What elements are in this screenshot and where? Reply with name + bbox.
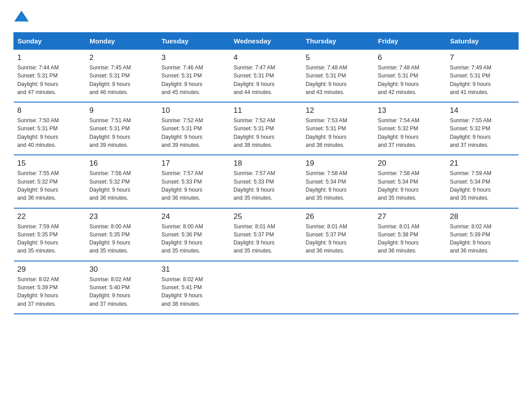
calendar-cell: 26Sunrise: 8:01 AMSunset: 5:37 PMDayligh… <box>302 208 374 261</box>
calendar-cell: 12Sunrise: 7:53 AMSunset: 5:31 PMDayligh… <box>302 102 374 155</box>
day-info: Sunrise: 7:58 AMSunset: 5:34 PMDaylight:… <box>306 169 371 202</box>
calendar-cell: 2Sunrise: 7:45 AMSunset: 5:31 PMDaylight… <box>86 50 158 103</box>
day-number: 4 <box>234 53 299 62</box>
day-info: Sunrise: 7:56 AMSunset: 5:32 PMDaylight:… <box>90 169 154 202</box>
day-info: Sunrise: 8:02 AMSunset: 5:40 PMDaylight:… <box>90 275 154 308</box>
header-tuesday: Tuesday <box>158 33 230 50</box>
day-info: Sunrise: 8:00 AMSunset: 5:36 PMDaylight:… <box>162 223 227 255</box>
calendar-cell <box>446 261 519 314</box>
calendar-cell: 17Sunrise: 7:57 AMSunset: 5:33 PMDayligh… <box>158 155 230 208</box>
day-info: Sunrise: 8:02 AMSunset: 5:41 PMDaylight:… <box>162 275 227 308</box>
day-info: Sunrise: 7:50 AMSunset: 5:31 PMDaylight:… <box>17 116 82 149</box>
day-info: Sunrise: 7:51 AMSunset: 5:31 PMDaylight:… <box>90 116 154 149</box>
day-number: 12 <box>306 106 371 115</box>
day-number: 8 <box>17 106 82 115</box>
day-info: Sunrise: 7:58 AMSunset: 5:34 PMDaylight:… <box>378 169 443 202</box>
header-friday: Friday <box>374 33 446 50</box>
calendar-cell: 7Sunrise: 7:49 AMSunset: 5:31 PMDaylight… <box>446 50 519 103</box>
day-info: Sunrise: 7:59 AMSunset: 5:35 PMDaylight:… <box>17 223 82 255</box>
day-info: Sunrise: 8:02 AMSunset: 5:39 PMDaylight:… <box>450 223 515 255</box>
day-number: 17 <box>162 159 227 168</box>
day-info: Sunrise: 7:54 AMSunset: 5:32 PMDaylight:… <box>378 116 443 149</box>
calendar-cell: 27Sunrise: 8:01 AMSunset: 5:38 PMDayligh… <box>374 208 446 261</box>
calendar-cell <box>230 261 302 314</box>
header-saturday: Saturday <box>446 33 519 50</box>
day-info: Sunrise: 7:49 AMSunset: 5:31 PMDaylight:… <box>450 64 515 96</box>
calendar-cell: 15Sunrise: 7:55 AMSunset: 5:32 PMDayligh… <box>14 155 86 208</box>
day-info: Sunrise: 7:47 AMSunset: 5:31 PMDaylight:… <box>234 64 299 96</box>
day-number: 23 <box>90 212 154 221</box>
calendar-week-row: 1Sunrise: 7:44 AMSunset: 5:31 PMDaylight… <box>14 50 519 103</box>
day-number: 16 <box>90 159 154 168</box>
day-number: 6 <box>378 53 443 62</box>
calendar-table: SundayMondayTuesdayWednesdayThursdayFrid… <box>13 32 519 314</box>
day-info: Sunrise: 7:55 AMSunset: 5:32 PMDaylight:… <box>450 116 515 149</box>
day-number: 18 <box>234 159 299 168</box>
day-info: Sunrise: 7:55 AMSunset: 5:32 PMDaylight:… <box>17 169 82 202</box>
day-info: Sunrise: 8:01 AMSunset: 5:38 PMDaylight:… <box>378 223 443 255</box>
day-number: 7 <box>450 53 515 62</box>
calendar-cell: 30Sunrise: 8:02 AMSunset: 5:40 PMDayligh… <box>86 261 158 314</box>
calendar-cell: 18Sunrise: 7:57 AMSunset: 5:33 PMDayligh… <box>230 155 302 208</box>
day-info: Sunrise: 8:01 AMSunset: 5:37 PMDaylight:… <box>306 223 371 255</box>
day-number: 24 <box>162 212 227 221</box>
day-number: 28 <box>450 212 515 221</box>
day-info: Sunrise: 7:48 AMSunset: 5:31 PMDaylight:… <box>306 64 371 96</box>
day-info: Sunrise: 7:46 AMSunset: 5:31 PMDaylight:… <box>162 64 227 96</box>
calendar-cell: 29Sunrise: 8:02 AMSunset: 5:39 PMDayligh… <box>14 261 86 314</box>
day-info: Sunrise: 7:57 AMSunset: 5:33 PMDaylight:… <box>234 169 299 202</box>
day-info: Sunrise: 7:48 AMSunset: 5:31 PMDaylight:… <box>378 64 443 96</box>
calendar-cell: 21Sunrise: 7:59 AMSunset: 5:34 PMDayligh… <box>446 155 519 208</box>
calendar-week-row: 15Sunrise: 7:55 AMSunset: 5:32 PMDayligh… <box>14 155 519 208</box>
day-number: 27 <box>378 212 443 221</box>
day-info: Sunrise: 7:59 AMSunset: 5:34 PMDaylight:… <box>450 169 515 202</box>
day-number: 13 <box>378 106 443 115</box>
logo <box>13 9 30 23</box>
calendar-cell: 31Sunrise: 8:02 AMSunset: 5:41 PMDayligh… <box>158 261 230 314</box>
day-number: 11 <box>234 106 299 115</box>
header-monday: Monday <box>86 33 158 50</box>
calendar-cell: 5Sunrise: 7:48 AMSunset: 5:31 PMDaylight… <box>302 50 374 103</box>
calendar-cell: 1Sunrise: 7:44 AMSunset: 5:31 PMDaylight… <box>14 50 86 103</box>
calendar-cell: 24Sunrise: 8:00 AMSunset: 5:36 PMDayligh… <box>158 208 230 261</box>
day-number: 2 <box>90 53 154 62</box>
day-info: Sunrise: 7:45 AMSunset: 5:31 PMDaylight:… <box>90 64 154 96</box>
day-number: 22 <box>17 212 82 221</box>
day-number: 29 <box>17 265 82 274</box>
day-number: 30 <box>90 265 154 274</box>
calendar-cell: 4Sunrise: 7:47 AMSunset: 5:31 PMDaylight… <box>230 50 302 103</box>
header-thursday: Thursday <box>302 33 374 50</box>
calendar-cell: 20Sunrise: 7:58 AMSunset: 5:34 PMDayligh… <box>374 155 446 208</box>
calendar-cell: 6Sunrise: 7:48 AMSunset: 5:31 PMDaylight… <box>374 50 446 103</box>
calendar-cell <box>374 261 446 314</box>
calendar-header-row: SundayMondayTuesdayWednesdayThursdayFrid… <box>14 33 519 50</box>
day-number: 3 <box>162 53 227 62</box>
day-number: 19 <box>306 159 371 168</box>
calendar-week-row: 22Sunrise: 7:59 AMSunset: 5:35 PMDayligh… <box>14 208 519 261</box>
day-number: 21 <box>450 159 515 168</box>
calendar-cell: 23Sunrise: 8:00 AMSunset: 5:35 PMDayligh… <box>86 208 158 261</box>
day-info: Sunrise: 7:57 AMSunset: 5:33 PMDaylight:… <box>162 169 227 202</box>
day-number: 10 <box>162 106 227 115</box>
day-number: 15 <box>17 159 82 168</box>
day-number: 31 <box>162 265 227 274</box>
day-number: 5 <box>306 53 371 62</box>
day-info: Sunrise: 8:01 AMSunset: 5:37 PMDaylight:… <box>234 223 299 255</box>
calendar-cell: 25Sunrise: 8:01 AMSunset: 5:37 PMDayligh… <box>230 208 302 261</box>
day-number: 1 <box>17 53 82 62</box>
page-header <box>13 9 519 23</box>
calendar-cell: 10Sunrise: 7:52 AMSunset: 5:31 PMDayligh… <box>158 102 230 155</box>
calendar-cell: 19Sunrise: 7:58 AMSunset: 5:34 PMDayligh… <box>302 155 374 208</box>
day-number: 25 <box>234 212 299 221</box>
calendar-cell <box>302 261 374 314</box>
logo-icon <box>13 9 30 25</box>
calendar-week-row: 8Sunrise: 7:50 AMSunset: 5:31 PMDaylight… <box>14 102 519 155</box>
calendar-cell: 14Sunrise: 7:55 AMSunset: 5:32 PMDayligh… <box>446 102 519 155</box>
calendar-cell: 9Sunrise: 7:51 AMSunset: 5:31 PMDaylight… <box>86 102 158 155</box>
calendar-cell: 16Sunrise: 7:56 AMSunset: 5:32 PMDayligh… <box>86 155 158 208</box>
calendar-cell: 8Sunrise: 7:50 AMSunset: 5:31 PMDaylight… <box>14 102 86 155</box>
calendar-week-row: 29Sunrise: 8:02 AMSunset: 5:39 PMDayligh… <box>14 261 519 314</box>
day-info: Sunrise: 8:02 AMSunset: 5:39 PMDaylight:… <box>17 275 82 308</box>
day-number: 14 <box>450 106 515 115</box>
calendar-cell: 13Sunrise: 7:54 AMSunset: 5:32 PMDayligh… <box>374 102 446 155</box>
